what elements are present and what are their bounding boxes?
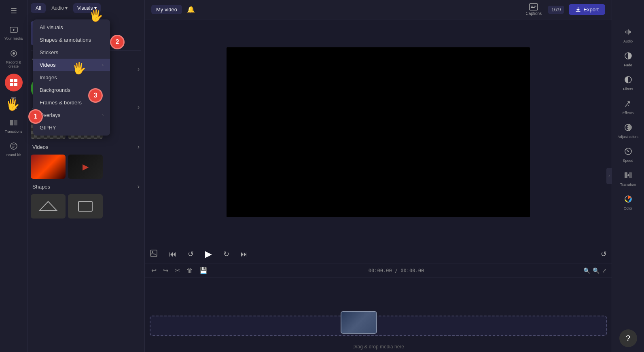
sidebar-item-text[interactable]: T Text	[2, 93, 26, 113]
hamburger-button[interactable]: ☰	[7, 3, 20, 19]
cut-button[interactable]: ✂	[173, 266, 182, 275]
right-item-adjust-colors[interactable]: Adjust colors	[614, 120, 642, 142]
drag-drop-hint: Drag & drop media here	[145, 344, 612, 350]
zoom-out-button[interactable]: 🔍	[583, 267, 590, 274]
sidebar-item-record[interactable]: Record &create	[2, 46, 26, 72]
delete-button[interactable]: 🗑	[185, 266, 195, 275]
transitions-icon	[9, 118, 18, 128]
right-sidebar-collapse-btn[interactable]: ‹	[606, 168, 612, 184]
time-display: 00:00.00 / 00:00.00	[369, 268, 424, 274]
text-icon: T	[11, 96, 16, 104]
sidebar-item-your-media[interactable]: Your media	[2, 22, 26, 44]
top-bar: My video 🔔 Captions 16:9 Export	[145, 0, 612, 19]
right-sidebar: ‹ Audio Fade Filters	[612, 0, 644, 352]
rewind-button[interactable]: ↺	[186, 248, 195, 260]
current-time: 00:00.00	[369, 268, 392, 274]
zoom-in-button[interactable]: 🔍	[593, 267, 600, 274]
shape-thumb-2[interactable]	[68, 194, 103, 218]
your-media-icon	[9, 25, 18, 35]
timeline-track-area: Drag & drop media here	[145, 278, 612, 352]
video-title-tab[interactable]: My video	[151, 5, 182, 14]
aspect-ratio-badge[interactable]: 16:9	[548, 6, 564, 14]
effects-label: Effects	[623, 111, 633, 115]
notification-bell-icon[interactable]: 🔔	[187, 6, 195, 13]
total-time: 00:00.00	[400, 268, 424, 274]
forward-button[interactable]: ↻	[222, 248, 231, 260]
color-label: Color	[624, 206, 633, 210]
right-item-transition[interactable]: Transition	[614, 168, 642, 190]
captions-label: Captions	[526, 11, 542, 16]
videos-chevron-icon: ›	[102, 63, 104, 67]
timeline-zoom: 🔍 🔍 ⤢	[583, 267, 607, 274]
export-button[interactable]: Export	[569, 4, 605, 15]
svg-point-2	[13, 52, 15, 55]
right-item-fade[interactable]: Fade	[614, 48, 642, 70]
captions-panel[interactable]: Captions	[524, 2, 543, 17]
audio-right-label: Audio	[623, 39, 633, 43]
dropdown-item-giphy[interactable]: GIPHY	[33, 121, 110, 134]
video-canvas	[227, 47, 530, 217]
help-button[interactable]: ?	[619, 329, 637, 347]
undo-button[interactable]: ↩	[150, 266, 158, 275]
svg-rect-5	[10, 83, 13, 86]
right-item-audio[interactable]: Audio	[614, 24, 642, 47]
video-thumbnails: ▶	[31, 153, 141, 180]
dropdown-item-overlays[interactable]: Overlays ›	[33, 109, 110, 121]
sidebar-item-brand-kit[interactable]: Brand kit	[2, 138, 26, 161]
videos-more-btn[interactable]: ›	[138, 143, 140, 151]
loop-button[interactable]: ↺	[599, 248, 608, 260]
timeline-toolbar: ↩ ↪ ✂ 🗑 💾 00:00.00 / 00:00.00 🔍 🔍 ⤢	[145, 263, 612, 278]
tab-audio[interactable]: Audio ▾	[47, 3, 72, 13]
sidebar-item-content[interactable]	[5, 74, 23, 91]
record-label: Record &create	[6, 61, 21, 69]
overlays-chevron-icon: ›	[102, 113, 104, 117]
brand-kit-icon	[9, 142, 18, 152]
fade-icon	[624, 51, 633, 61]
music-more-btn[interactable]: ›	[138, 66, 140, 73]
floating-thumb-inner	[341, 312, 376, 333]
play-button[interactable]: ▶	[203, 247, 214, 261]
right-item-color[interactable]: Color	[614, 191, 642, 214]
dropdown-item-all-visuals[interactable]: All visuals	[33, 21, 110, 34]
save-button[interactable]: 💾	[198, 266, 209, 275]
skip-back-button[interactable]: ⏮	[167, 248, 178, 260]
video-thumb-2[interactable]: ▶	[68, 155, 103, 179]
effects-icon	[624, 99, 633, 109]
svg-rect-10	[78, 201, 92, 211]
right-item-filters[interactable]: Filters	[614, 72, 642, 94]
redo-button[interactable]: ↪	[161, 266, 170, 275]
dragging-video-thumb[interactable]	[341, 311, 377, 334]
right-item-speed[interactable]: Speed	[614, 144, 642, 166]
dropdown-item-images[interactable]: Images	[33, 71, 110, 84]
panel-tabs: All Audio ▾ Visuals ▾	[28, 0, 144, 13]
image-btn[interactable]	[148, 248, 159, 261]
adjust-colors-label: Adjust colors	[618, 135, 639, 139]
audio-right-icon	[624, 28, 633, 38]
shape-thumb-1[interactable]	[31, 194, 66, 218]
zoom-fit-button[interactable]: ⤢	[602, 267, 607, 274]
svg-rect-4	[14, 79, 17, 82]
filters-icon	[624, 75, 633, 85]
sidebar-item-transitions[interactable]: Transitions	[2, 115, 26, 137]
tab-visuals[interactable]: Visuals ▾	[73, 3, 100, 13]
speed-label: Speed	[623, 159, 633, 163]
video-thumb-1[interactable]	[31, 155, 66, 179]
dropdown-item-frames[interactable]: Frames & borders	[33, 96, 110, 109]
dropdown-item-stickers[interactable]: Stickers	[33, 46, 110, 59]
fade-label: Fade	[624, 63, 632, 67]
dropdown-item-backgrounds[interactable]: Backgrounds	[33, 84, 110, 96]
svg-rect-14	[534, 6, 536, 6]
annotations-more-btn[interactable]: ›	[138, 104, 140, 111]
dropdown-item-videos[interactable]: Videos ›	[33, 59, 110, 71]
tab-all[interactable]: All	[31, 3, 46, 13]
shapes-more-btn[interactable]: ›	[138, 183, 140, 190]
left-panel: All Audio ▾ Visuals ▾ All visuals Shapes…	[28, 0, 145, 352]
brand-kit-label: Brand kit	[6, 153, 21, 157]
main-area: My video 🔔 Captions 16:9 Export	[145, 0, 612, 352]
dropdown-item-shapes[interactable]: Shapes & annotations	[33, 34, 110, 46]
timeline-drop-zone[interactable]	[150, 316, 607, 336]
right-item-effects[interactable]: Effects	[614, 96, 642, 118]
svg-rect-12	[531, 6, 533, 6]
speed-icon	[624, 147, 633, 157]
skip-forward-button[interactable]: ⏭	[239, 248, 250, 260]
